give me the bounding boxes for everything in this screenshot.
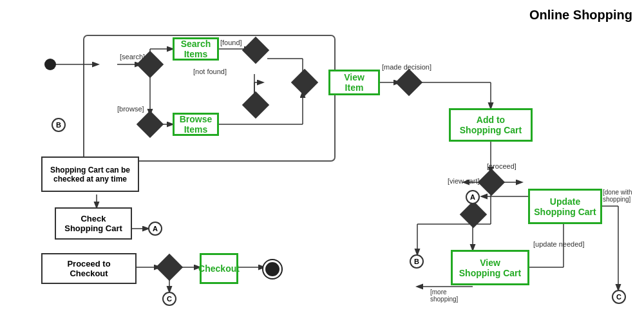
search-label: [search] <box>120 53 145 61</box>
connector-a-left: A <box>148 222 162 236</box>
check-cart-node: CheckShopping Cart <box>55 207 132 240</box>
view-cart-label: [view cart] <box>448 177 480 185</box>
connector-c-right: C <box>612 290 626 304</box>
not-found-label: [not found] <box>193 68 227 75</box>
update-needed-label: [update needed] <box>533 240 585 248</box>
proceed-label: [proceed] <box>487 162 516 170</box>
more-shopping-label: [moreshopping] <box>430 289 458 303</box>
view-item-node: ViewItem <box>328 70 380 95</box>
view-cart-node: ViewShopping Cart <box>451 250 529 285</box>
checkout-node: Checkout <box>200 253 238 284</box>
proceed-checkout-node: Proceed toCheckout <box>41 253 137 284</box>
add-to-cart-node: Add toShopping Cart <box>449 108 533 142</box>
found-label: [found] <box>220 39 242 46</box>
end-node <box>265 262 279 276</box>
connector-b-right: B <box>410 254 424 269</box>
done-shopping-label: [done withshopping] <box>603 189 632 203</box>
connector-a: A <box>466 190 480 204</box>
note-box: Shopping Cart can bechecked at any time <box>41 156 139 192</box>
browse-label: [browse] <box>117 105 144 113</box>
connector-c-left: C <box>162 292 176 306</box>
start-node <box>44 59 56 70</box>
search-items-node: SearchItems <box>173 37 219 61</box>
made-decision-label: [made decision] <box>382 63 431 71</box>
connector-b-left: B <box>52 118 66 132</box>
browse-items-node: BrowseItems <box>173 113 219 136</box>
diagram: Online Shopping <box>0 0 644 322</box>
update-cart-node: UpdateShopping Cart <box>528 189 602 224</box>
